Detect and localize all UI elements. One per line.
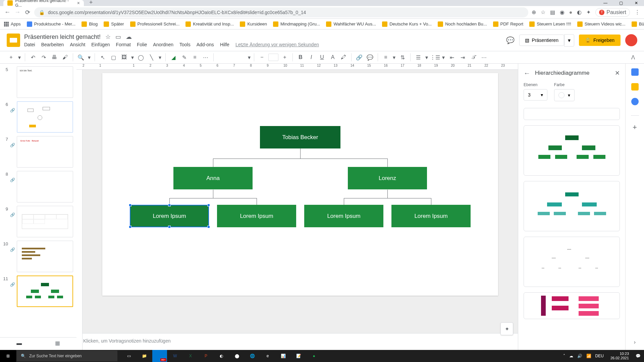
new-slide-dropdown[interactable]: ▾ [17,53,21,62]
indent-increase-button[interactable]: ⇥ [458,53,467,62]
font-size-increase[interactable]: + [280,53,289,62]
bookmark-item[interactable]: Produktsuche - Mer... [27,21,76,27]
font-select[interactable]: ▾ [217,53,251,62]
select-tool[interactable]: ↖ [98,53,107,62]
share-button[interactable]: 🔒 Freigeben [579,35,621,46]
present-button[interactable]: ▧ Präsentieren [519,35,564,46]
org-level3-box[interactable]: Lorem Ipsum [304,205,383,227]
grammarly-icon[interactable]: ● [569,9,573,15]
filmstrip[interactable]: 5Ich bin Text. 6🔗 7🔗Erste Folie · Beispi… [0,64,76,350]
highlight-button[interactable]: 🖍 [339,53,348,62]
comments-icon[interactable]: 💬 [506,36,515,44]
menu-einfuegen[interactable]: Einfügen [91,42,110,47]
textbox-tool[interactable]: ▢ [109,53,118,62]
browser-tab[interactable]: Präsentieren leicht gemacht! - G... × [3,0,84,6]
tasks-icon[interactable] [631,98,639,105]
bookmark-item[interactable]: Wahlfächer WU Aus... [326,21,376,27]
chrome-icon[interactable]: 🌐 [245,350,260,362]
edge-icon[interactable]: 99+ [152,350,167,362]
minimize-button[interactable]: — [598,0,613,6]
taskbar-search[interactable]: 🔍 Zur Suche Text hier eingeben [17,351,117,361]
filmstrip-view-icon[interactable]: ▬ [16,340,22,346]
apps-shortcut[interactable]: Apps [4,21,21,26]
taskbar-clock[interactable]: 10:23 26.02.2021 [608,352,632,360]
bookmark-item[interactable]: Später [104,21,124,27]
image-tool[interactable]: 🖼 [120,53,128,62]
reload-button[interactable]: ⟳ [24,9,31,16]
slide-thumbnail-6[interactable] [17,101,73,133]
line-tool[interactable]: ╲ [147,53,156,62]
menu-tools[interactable]: Tools [179,42,191,47]
italic-button[interactable]: I [307,53,316,62]
bookmark-item[interactable]: Noch hochladen Bu... [438,21,487,27]
spotify-icon[interactable]: ● [307,350,321,362]
org-root-box[interactable]: Tobias Becker [260,126,340,148]
bookmark-item[interactable]: Professionell Schrei... [130,21,180,27]
vertical-ruler[interactable] [76,70,83,350]
bulleted-list-button[interactable]: ⋮☰ [431,53,439,62]
forward-button[interactable]: → [14,9,21,16]
slide-canvas[interactable]: Tobias Becker Anna Lorenz Lorem Ipsum Lo… [102,73,498,296]
new-slide-button[interactable]: + [7,53,15,62]
wifi-icon[interactable]: 📶 [586,354,591,358]
reader-icon[interactable]: ▤ [550,9,555,15]
paint-format-button[interactable]: 🖌 [61,53,69,62]
bookmark-item[interactable]: Büro [632,21,644,27]
back-button[interactable]: ← [4,9,11,16]
slide-thumbnail-8[interactable] [17,171,73,202]
new-tab-button[interactable]: + [87,0,96,6]
zoom-button[interactable]: 🔍 [76,53,85,62]
bookmark-item[interactable]: Steuern Lesen !!!! [529,21,571,27]
cloud-status-icon[interactable]: ☁ [126,33,132,41]
menu-hilfe[interactable]: Hilfe [220,42,229,47]
speaker-notes[interactable]: Klicken, um Vortragsnotizen hinzuzufügen [76,333,518,350]
language-indicator[interactable]: DEU [595,354,604,358]
extension-icon-2[interactable]: ◐ [577,9,582,15]
clear-formatting-button[interactable]: 𝒯 [469,53,478,62]
org-level3-box-selected[interactable]: Lorem Ipsum [130,205,209,227]
keep-icon[interactable] [631,83,639,90]
bookmark-item[interactable]: Steuern Videos wic... [577,21,626,27]
obs-icon[interactable]: ⬤ [229,350,244,362]
bookmark-item[interactable]: Kursideen [240,21,267,27]
notifications-icon[interactable]: 💬 [636,354,641,358]
tab-close-icon[interactable]: × [77,0,80,6]
extensions-menu-icon[interactable]: ✦ [586,9,591,15]
calendar-icon[interactable] [631,68,639,76]
notepad-icon[interactable]: 📝 [291,350,306,362]
border-weight-button[interactable]: ≡ [191,53,199,62]
bookmark-item[interactable]: Deutsche Kurs + Vo... [382,21,432,27]
org-level2-box[interactable]: Lorenz [348,167,427,189]
slide-thumbnail-5[interactable]: Ich bin Text. [17,66,73,98]
menu-ansicht[interactable]: Ansicht [70,42,85,47]
menu-datei[interactable]: Datei [24,42,35,47]
numbered-list-button[interactable]: ☰ [414,53,423,62]
org-level2-box[interactable]: Anna [173,167,253,189]
menu-addons[interactable]: Add-ons [197,42,214,47]
text-color-button[interactable]: A [328,53,337,62]
extension-icon[interactable]: ◉ [560,9,565,15]
app-icon[interactable]: ◐ [214,350,229,362]
close-window-button[interactable]: ✕ [629,0,644,6]
close-panel-icon[interactable]: ✕ [615,69,620,77]
bold-button[interactable]: B [296,53,305,62]
redo-button[interactable]: ↷ [39,53,48,62]
star-icon[interactable]: ☆ [105,33,111,41]
diagram-template[interactable] [524,292,620,319]
maximize-button[interactable]: ▢ [613,0,629,6]
more-tools-button[interactable]: ⋯ [480,53,488,62]
collapse-toolbar-button[interactable]: ᐱ [629,53,637,62]
last-edit-text[interactable]: Letzte Änderung vor wenigen Sekunden [235,42,319,47]
cloud-icon[interactable]: ☁ [569,354,573,358]
menu-folie[interactable]: Folie [137,42,147,47]
diagram-template[interactable] [524,181,620,231]
present-dropdown[interactable]: ▾ [564,34,574,47]
account-avatar[interactable] [625,34,637,46]
slide-thumbnail-9[interactable] [17,206,73,237]
slides-logo-icon[interactable] [7,34,20,47]
word-icon[interactable]: W [168,350,182,362]
diagram-template[interactable] [524,125,620,176]
move-icon[interactable]: ▭ [115,33,121,41]
excel-icon[interactable]: X [183,350,198,362]
url-field[interactable]: 🔒 docs.google.com/presentation/d/1yV372S… [34,7,528,17]
